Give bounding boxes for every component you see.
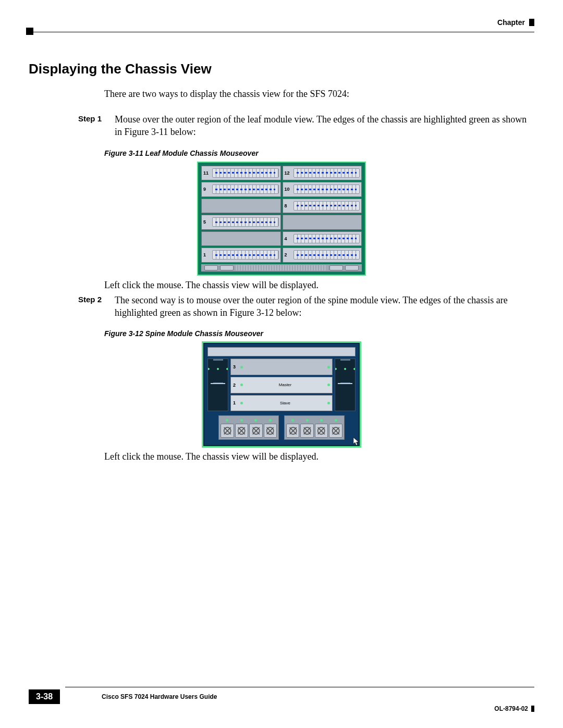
fan-icon — [329, 424, 342, 438]
fan-icon — [221, 424, 234, 438]
header: Chapter — [29, 18, 534, 27]
fan-block — [218, 415, 279, 440]
chapter-label: Chapter — [497, 18, 525, 27]
doc-id: OL-8794-02 — [494, 705, 528, 712]
fan-icon — [264, 424, 277, 438]
leaf-slot: 1 — [201, 248, 281, 263]
fan-icon — [235, 424, 248, 438]
step-1-text: Mouse over the outer region of the leaf … — [115, 113, 534, 139]
controller-stack: 3 2 Master 1 Slave — [230, 359, 333, 411]
controller-slot: 2 Master — [230, 377, 333, 393]
leaf-slot: 10 — [283, 182, 362, 197]
fan-icon — [315, 424, 328, 438]
section-title: Displaying the Chassis View — [29, 61, 534, 77]
leaf-slot: 4 — [283, 231, 362, 246]
spine-left-tower — [207, 359, 228, 411]
figure-2-spine: 3 2 Master 1 Slave — [203, 343, 360, 446]
cursor-icon — [352, 437, 360, 446]
power-row — [201, 264, 362, 272]
footer-guide-title: Cisco SFS 7024 Hardware Users Guide — [102, 693, 534, 700]
header-square-icon — [529, 19, 534, 26]
leaf-slot: 9 — [201, 182, 281, 197]
intro-text: There are two ways to display the chassi… — [104, 89, 534, 100]
step-2-text: The second way is to mouse over the oute… — [115, 294, 534, 319]
figure-1-chassis: 11 12 9 10 8 5 4 1 2 — [198, 163, 365, 275]
footer-square-icon — [531, 706, 534, 712]
spine-right-tower — [335, 359, 356, 411]
fan-icon — [300, 424, 313, 438]
leaf-slot: 12 — [283, 166, 362, 181]
psu-icon — [204, 265, 218, 270]
controller-slot: 1 Slave — [230, 395, 333, 412]
leaf-slot: 11 — [201, 166, 281, 181]
fan-icon — [286, 424, 299, 438]
leaf-slot: 5 — [201, 215, 281, 230]
psu-icon — [345, 265, 359, 270]
leaf-slot-empty — [201, 199, 281, 214]
leaf-slot: 2 — [283, 248, 362, 263]
leaf-slot-empty — [201, 231, 281, 246]
step-1: Step 1 Mouse over the outer region of th… — [29, 113, 534, 139]
header-rule — [26, 32, 534, 32]
figure-2-caption: Figure 3-12 Spine Module Chassis Mouseov… — [104, 329, 534, 338]
step-2-label: Step 2 — [78, 294, 104, 319]
fan-bay — [207, 413, 356, 442]
psu-icon — [220, 265, 234, 270]
figure-2-after: Left click the mouse. The chassis view w… — [104, 451, 534, 462]
figure-1-caption: Figure 3-11 Leaf Module Chassis Mouseove… — [104, 149, 534, 157]
leaf-slot-empty — [283, 215, 362, 230]
footer: 3-38 Cisco SFS 7024 Hardware Users Guide… — [29, 687, 534, 712]
fan-icon — [249, 424, 262, 438]
figure-1-after: Left click the mouse. The chassis view w… — [104, 280, 534, 291]
step-1-label: Step 1 — [78, 113, 104, 139]
psu-icon — [329, 265, 343, 270]
step-2: Step 2 The second way is to mouse over t… — [29, 294, 534, 319]
controller-slot: 3 — [230, 359, 333, 375]
spine-top-bar — [207, 347, 356, 356]
corner-square — [26, 28, 33, 35]
footer-rule — [65, 687, 534, 687]
fan-block — [284, 415, 345, 440]
fan-strip — [236, 265, 327, 270]
page-number: 3-38 — [29, 689, 60, 704]
leaf-slot: 8 — [283, 199, 362, 214]
